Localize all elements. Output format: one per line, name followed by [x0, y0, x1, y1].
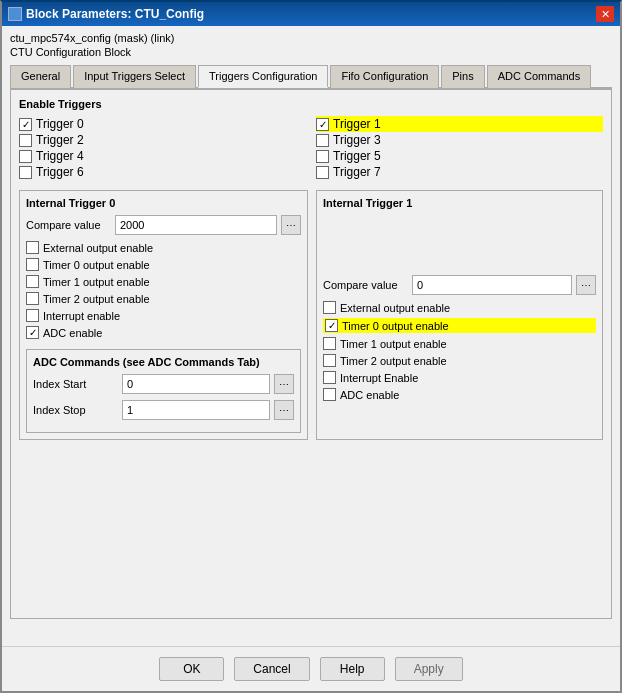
triggers-right-col: Trigger 1 Trigger 3 Trigger 5 Trigger 7 — [316, 116, 603, 180]
timer2-output-enable-0-checkbox[interactable] — [26, 292, 39, 305]
index-stop-dots-button[interactable]: ⋯ — [274, 400, 294, 420]
adc-commands-title: ADC Commands (see ADC Commands Tab) — [33, 356, 294, 368]
tab-pins[interactable]: Pins — [441, 65, 484, 88]
trigger-4-label: Trigger 4 — [36, 149, 84, 163]
trigger-4-item: Trigger 4 — [19, 148, 306, 164]
ok-button[interactable]: OK — [159, 657, 224, 681]
adc-enable-0-row: ADC enable — [26, 326, 301, 339]
trigger-4-checkbox[interactable] — [19, 150, 32, 163]
index-stop-input[interactable] — [122, 400, 270, 420]
triggers-left-col: Trigger 0 Trigger 2 Trigger 4 Trigger 6 — [19, 116, 306, 180]
trigger-5-item: Trigger 5 — [316, 148, 603, 164]
compare-value-1-row: Compare value ⋯ — [323, 275, 596, 295]
external-output-enable-0-row: External output enable — [26, 241, 301, 254]
enable-triggers-label: Enable Triggers — [19, 98, 603, 110]
timer1-output-enable-1-row: Timer 1 output enable — [323, 337, 596, 350]
adc-commands-box: ADC Commands (see ADC Commands Tab) Inde… — [26, 349, 301, 433]
compare-value-0-label: Compare value — [26, 219, 111, 231]
internal-triggers-section: Internal Trigger 0 Compare value ⋯ Exter… — [19, 190, 603, 446]
compare-value-1-input[interactable] — [412, 275, 572, 295]
trigger-1-label: Trigger 1 — [333, 117, 381, 131]
titlebar-left: Block Parameters: CTU_Config — [8, 7, 204, 21]
timer0-output-enable-0-label: Timer 0 output enable — [43, 259, 150, 271]
tab-triggers-configuration[interactable]: Triggers Configuration — [198, 65, 328, 88]
timer0-output-enable-0-checkbox[interactable] — [26, 258, 39, 271]
window-icon — [8, 7, 22, 21]
spacer — [323, 215, 596, 275]
trigger-2-item: Trigger 2 — [19, 132, 306, 148]
index-start-dots-button[interactable]: ⋯ — [274, 374, 294, 394]
apply-button[interactable]: Apply — [395, 657, 463, 681]
main-window: Block Parameters: CTU_Config ✕ ctu_mpc57… — [0, 0, 622, 693]
interrupt-enable-0-checkbox[interactable] — [26, 309, 39, 322]
interrupt-enable-0-row: Interrupt enable — [26, 309, 301, 322]
compare-value-1-label: Compare value — [323, 279, 408, 291]
index-start-input[interactable] — [122, 374, 270, 394]
internal-trigger-1-title: Internal Trigger 1 — [323, 197, 596, 209]
trigger-3-item: Trigger 3 — [316, 132, 603, 148]
interrupt-enable-1-label: Interrupt Enable — [340, 372, 418, 384]
trigger-0-item: Trigger 0 — [19, 116, 306, 132]
tab-input-triggers-select[interactable]: Input Triggers Select — [73, 65, 196, 88]
timer0-output-enable-0-row: Timer 0 output enable — [26, 258, 301, 271]
footer: OK Cancel Help Apply — [2, 646, 620, 691]
compare-value-0-dots-button[interactable]: ⋯ — [281, 215, 301, 235]
timer2-output-enable-1-label: Timer 2 output enable — [340, 355, 447, 367]
timer1-output-enable-0-label: Timer 1 output enable — [43, 276, 150, 288]
external-output-enable-1-checkbox[interactable] — [323, 301, 336, 314]
trigger-7-label: Trigger 7 — [333, 165, 381, 179]
timer0-output-enable-1-label: Timer 0 output enable — [342, 320, 449, 332]
adc-enable-1-checkbox[interactable] — [323, 388, 336, 401]
trigger-0-checkbox[interactable] — [19, 118, 32, 131]
trigger-2-checkbox[interactable] — [19, 134, 32, 147]
timer0-output-enable-1-row: Timer 0 output enable — [323, 318, 596, 333]
trigger-6-label: Trigger 6 — [36, 165, 84, 179]
timer2-output-enable-1-checkbox[interactable] — [323, 354, 336, 367]
trigger-7-checkbox[interactable] — [316, 166, 329, 179]
timer2-output-enable-0-row: Timer 2 output enable — [26, 292, 301, 305]
window-title: Block Parameters: CTU_Config — [26, 7, 204, 21]
timer1-output-enable-0-checkbox[interactable] — [26, 275, 39, 288]
compare-value-1-dots-button[interactable]: ⋯ — [576, 275, 596, 295]
titlebar: Block Parameters: CTU_Config ✕ — [2, 2, 620, 26]
external-output-enable-1-label: External output enable — [340, 302, 450, 314]
help-button[interactable]: Help — [320, 657, 385, 681]
compare-value-0-input[interactable] — [115, 215, 277, 235]
interrupt-enable-0-label: Interrupt enable — [43, 310, 120, 322]
adc-enable-1-row: ADC enable — [323, 388, 596, 401]
internal-trigger-0-box: Internal Trigger 0 Compare value ⋯ Exter… — [19, 190, 308, 440]
trigger-2-label: Trigger 2 — [36, 133, 84, 147]
trigger-5-checkbox[interactable] — [316, 150, 329, 163]
internal-trigger-1-box: Internal Trigger 1 Compare value ⋯ Exter… — [316, 190, 603, 440]
cancel-button[interactable]: Cancel — [234, 657, 309, 681]
tab-fifo-configuration[interactable]: Fifo Configuration — [330, 65, 439, 88]
index-stop-row: Index Stop ⋯ — [33, 400, 294, 420]
timer1-output-enable-1-checkbox[interactable] — [323, 337, 336, 350]
window-body: ctu_mpc574x_config (mask) (link) CTU Con… — [2, 26, 620, 625]
close-button[interactable]: ✕ — [596, 6, 614, 22]
index-stop-label: Index Stop — [33, 404, 118, 416]
index-start-label: Index Start — [33, 378, 118, 390]
trigger-3-label: Trigger 3 — [333, 133, 381, 147]
timer1-output-enable-1-label: Timer 1 output enable — [340, 338, 447, 350]
tabs-container: General Input Triggers Select Triggers C… — [10, 64, 612, 89]
interrupt-enable-1-checkbox[interactable] — [323, 371, 336, 384]
subtitle2: CTU Configuration Block — [10, 46, 612, 58]
tab-adc-commands[interactable]: ADC Commands — [487, 65, 592, 88]
trigger-3-checkbox[interactable] — [316, 134, 329, 147]
tab-general[interactable]: General — [10, 65, 71, 88]
trigger-1-checkbox[interactable] — [316, 118, 329, 131]
adc-enable-0-checkbox[interactable] — [26, 326, 39, 339]
external-output-enable-0-label: External output enable — [43, 242, 153, 254]
compare-value-0-row: Compare value ⋯ — [26, 215, 301, 235]
subtitle1: ctu_mpc574x_config (mask) (link) — [10, 32, 612, 44]
adc-enable-1-label: ADC enable — [340, 389, 399, 401]
trigger-1-item: Trigger 1 — [316, 116, 603, 132]
timer1-output-enable-0-row: Timer 1 output enable — [26, 275, 301, 288]
timer0-output-enable-1-checkbox[interactable] — [325, 319, 338, 332]
index-start-row: Index Start ⋯ — [33, 374, 294, 394]
external-output-enable-0-checkbox[interactable] — [26, 241, 39, 254]
external-output-enable-1-row: External output enable — [323, 301, 596, 314]
trigger-6-checkbox[interactable] — [19, 166, 32, 179]
content-area: Enable Triggers Trigger 0 Trigger 2 Tr — [10, 89, 612, 619]
